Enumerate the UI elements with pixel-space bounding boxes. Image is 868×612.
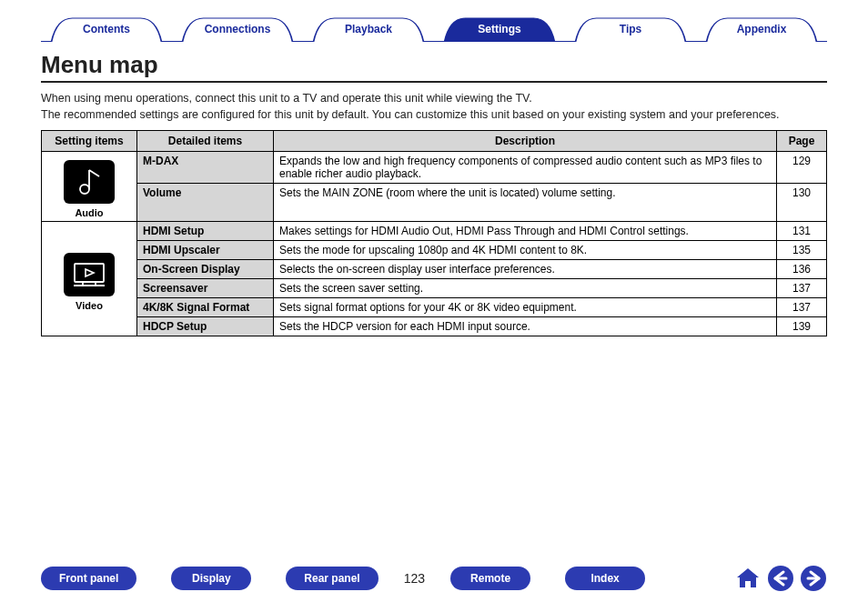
video-icon xyxy=(64,253,115,296)
page-title: Menu map xyxy=(41,51,827,79)
row-volume: Volume Sets the MAIN ZONE (room where th… xyxy=(42,184,827,222)
home-icon[interactable] xyxy=(734,565,762,592)
page-link-135[interactable]: 135 xyxy=(777,241,827,260)
remote-button[interactable]: Remote xyxy=(450,567,530,590)
th-detailed-items: Detailed items xyxy=(137,131,274,152)
next-page-icon[interactable] xyxy=(800,565,827,592)
row-osd: On-Screen Display Selects the on-screen … xyxy=(42,260,827,279)
page-link-130[interactable]: 130 xyxy=(777,184,827,222)
row-screensaver: Screensaver Sets the screen saver settin… xyxy=(42,279,827,298)
title-rule xyxy=(41,81,827,83)
row-mdax: Audio M-DAX Expands the low and high fre… xyxy=(42,152,827,184)
tab-appendix[interactable]: Appendix xyxy=(696,16,827,41)
page-link-131[interactable]: 131 xyxy=(777,222,827,241)
page-link-137a[interactable]: 137 xyxy=(777,279,827,298)
th-page: Page xyxy=(777,131,827,152)
row-hdmi-upscaler: HDMI Upscaler Sets the mode for upscalin… xyxy=(42,241,827,260)
page-number: 123 xyxy=(400,571,429,586)
page-link-139[interactable]: 139 xyxy=(777,317,827,336)
page-link-136[interactable]: 136 xyxy=(777,260,827,279)
group-audio: Audio xyxy=(42,152,137,222)
page-link-129[interactable]: 129 xyxy=(777,152,827,184)
svg-line-2 xyxy=(89,170,99,176)
row-hdcp: HDCP Setup Sets the HDCP version for eac… xyxy=(42,317,827,336)
front-panel-button[interactable]: Front panel xyxy=(41,567,136,590)
prev-page-icon[interactable] xyxy=(767,565,794,592)
tab-playback[interactable]: Playback xyxy=(303,16,434,41)
row-4k8k: 4K/8K Signal Format Sets signal format o… xyxy=(42,298,827,317)
row-hdmi-setup: Video HDMI Setup Makes settings for HDMI… xyxy=(42,222,827,241)
display-button[interactable]: Display xyxy=(171,567,251,590)
svg-rect-3 xyxy=(75,264,104,282)
tab-settings[interactable]: Settings xyxy=(434,16,565,41)
audio-icon xyxy=(64,160,115,204)
group-video: Video xyxy=(42,222,137,336)
svg-marker-4 xyxy=(86,269,94,276)
top-tab-bar: Contents Connections Playback Settings T… xyxy=(41,16,827,42)
tab-connections[interactable]: Connections xyxy=(172,16,303,41)
bottom-bar: Front panel Display Rear panel 123 Remot… xyxy=(41,565,827,592)
svg-point-0 xyxy=(80,185,89,194)
index-button[interactable]: Index xyxy=(565,567,645,590)
th-description: Description xyxy=(274,131,777,152)
settings-table: Setting items Detailed items Description… xyxy=(41,130,827,336)
tab-contents[interactable]: Contents xyxy=(41,16,172,41)
tab-tips[interactable]: Tips xyxy=(565,16,696,41)
intro-text: When using menu operations, connect this… xyxy=(41,90,827,123)
th-setting-items: Setting items xyxy=(42,131,137,152)
rear-panel-button[interactable]: Rear panel xyxy=(286,567,378,590)
page-link-137b[interactable]: 137 xyxy=(777,298,827,317)
